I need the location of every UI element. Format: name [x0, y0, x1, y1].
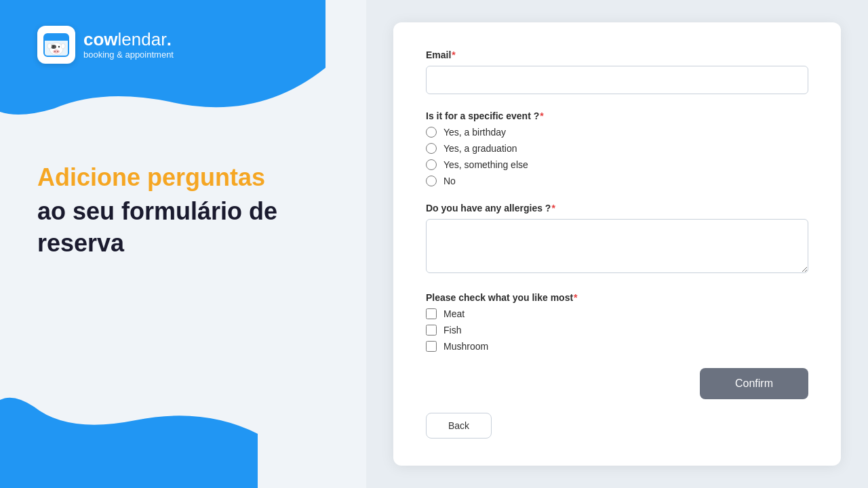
svg-rect-2	[44, 37, 68, 41]
event-field-group: Is it for a specific event ?* Yes, a bir…	[426, 110, 808, 186]
likes-label-mushroom: Mushroom	[443, 341, 488, 352]
event-label: Is it for a specific event ?*	[426, 110, 808, 121]
likes-checkbox-fish[interactable]	[426, 325, 437, 336]
likes-option-mushroom[interactable]: Mushroom	[426, 341, 808, 352]
event-option-no[interactable]: No	[426, 176, 808, 186]
event-label-something-else: Yes, something else	[443, 159, 528, 170]
email-field-group: Email*	[426, 49, 808, 94]
likes-field-group: Please check what you like most* Meat Fi…	[426, 292, 808, 352]
logo-tagline: booking & appointment	[83, 49, 174, 60]
allergies-field-group: Do you have any allergies ?*	[426, 203, 808, 276]
likes-checkbox-meat[interactable]	[426, 308, 437, 319]
svg-point-10	[47, 43, 52, 49]
event-label-graduation: Yes, a graduation	[443, 143, 517, 154]
confirm-button[interactable]: Confirm	[700, 368, 808, 399]
logo-name: cowlendar.	[83, 30, 174, 48]
event-option-something-else[interactable]: Yes, something else	[426, 159, 808, 170]
back-button[interactable]: Back	[426, 413, 492, 439]
logo-area: cowlendar. booking & appointment	[37, 26, 174, 64]
svg-point-8	[53, 46, 54, 47]
headline-area: Adicione perguntas ao seu formulário de …	[37, 163, 346, 260]
event-option-birthday[interactable]: Yes, a birthday	[426, 127, 808, 138]
allergies-label: Do you have any allergies ?*	[426, 203, 808, 214]
likes-label: Please check what you like most*	[426, 292, 808, 303]
logo-icon	[37, 26, 75, 64]
event-label-birthday: Yes, a birthday	[443, 127, 506, 138]
likes-checkbox-group: Meat Fish Mushroom	[426, 308, 808, 352]
right-panel: Email* Is it for a specific event ?* Yes…	[366, 0, 868, 488]
likes-option-meat[interactable]: Meat	[426, 308, 808, 319]
svg-point-5	[53, 49, 60, 54]
logo-dot: .	[167, 29, 172, 49]
headline-colored: Adicione perguntas	[37, 163, 346, 192]
email-input[interactable]	[426, 66, 808, 94]
svg-point-9	[58, 46, 60, 47]
svg-point-7	[57, 51, 58, 52]
likes-label-meat: Meat	[443, 308, 465, 319]
svg-point-11	[61, 43, 65, 49]
likes-checkbox-mushroom[interactable]	[426, 341, 437, 352]
event-radio-birthday[interactable]	[426, 127, 437, 138]
headline-dark: ao seu formulário de reserva	[37, 196, 346, 260]
confirm-row: Confirm	[426, 368, 808, 399]
form-card: Email* Is it for a specific event ?* Yes…	[393, 22, 841, 466]
event-radio-something-else[interactable]	[426, 159, 437, 170]
event-radio-group: Yes, a birthday Yes, a graduation Yes, s…	[426, 127, 808, 186]
likes-option-fish[interactable]: Fish	[426, 325, 808, 336]
event-radio-graduation[interactable]	[426, 143, 437, 154]
event-radio-no[interactable]	[426, 176, 437, 186]
back-row: Back	[426, 413, 808, 439]
cow-icon	[43, 31, 70, 58]
left-panel: cowlendar. booking & appointment Adicion…	[0, 0, 366, 488]
blob-bottom-decoration	[0, 352, 258, 488]
allergies-textarea[interactable]	[426, 219, 808, 273]
logo-cow: cow	[83, 29, 118, 49]
logo-lendar: lendar	[118, 29, 167, 49]
likes-label-fish: Fish	[443, 325, 461, 336]
svg-point-6	[54, 51, 56, 52]
event-label-no: No	[443, 176, 456, 186]
event-option-graduation[interactable]: Yes, a graduation	[426, 143, 808, 154]
email-label: Email*	[426, 49, 808, 60]
logo-text: cowlendar. booking & appointment	[83, 30, 174, 60]
